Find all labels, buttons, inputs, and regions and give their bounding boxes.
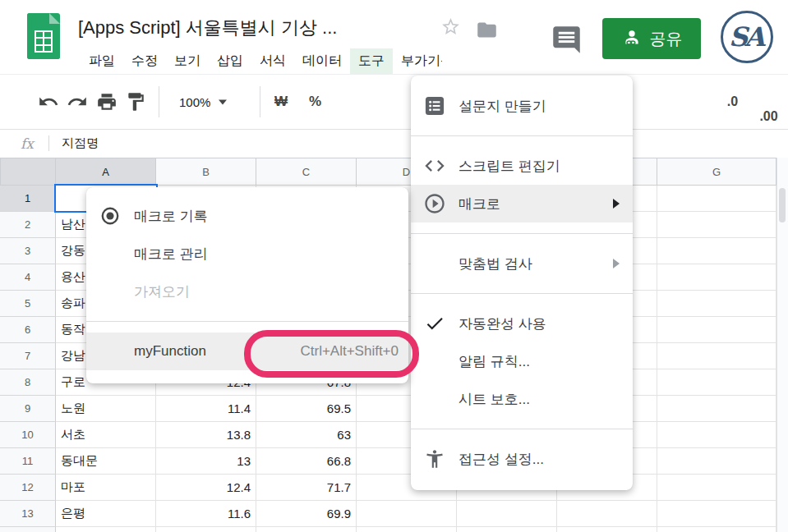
menu-item-시트 보호...[interactable]: 시트 보호... — [411, 380, 633, 418]
cell-B9[interactable]: 11.4 — [156, 396, 256, 422]
print-button[interactable] — [96, 91, 118, 112]
row-header-1[interactable]: 1 — [0, 186, 56, 212]
menu-item-맞춤법 검사[interactable]: 맞춤법 검사 — [411, 245, 633, 282]
cell-C12[interactable]: 71.7 — [256, 475, 357, 501]
cell-B13[interactable]: 11.6 — [156, 501, 256, 527]
cell-G5[interactable] — [657, 291, 776, 317]
accessibility-icon — [423, 447, 446, 470]
menu-separator — [411, 293, 633, 294]
column-header-corner[interactable] — [0, 158, 56, 186]
share-button[interactable]: 공유 — [602, 18, 701, 59]
cell-B11[interactable]: 13 — [156, 448, 256, 475]
column-header-B[interactable]: B — [156, 158, 256, 186]
cell-D13[interactable] — [357, 501, 457, 527]
comment-icon[interactable] — [551, 24, 583, 59]
fx-icon: fx — [21, 135, 34, 152]
row-header-10[interactable]: 10 — [0, 422, 56, 448]
submenu-arrow-icon — [613, 259, 620, 268]
row-header-8[interactable]: 8 — [0, 369, 56, 396]
cell-C10[interactable]: 63 — [256, 422, 357, 448]
cell-G6[interactable] — [657, 317, 776, 343]
menu-item-myFunction[interactable]: myFunctionCtrl+Alt+Shift+0 — [86, 332, 408, 370]
menu-item-label: 맞춤법 검사 — [459, 255, 532, 273]
menu-부가기능[interactable]: 부가기능 — [393, 48, 442, 74]
document-title[interactable]: [Apps Script] 서울특별시 기상 ... — [78, 16, 337, 40]
row-header-12[interactable]: 12 — [0, 475, 56, 501]
tools-dropdown-menu: 설문지 만들기스크립트 편집기매크로맞춤법 검사자동완성 사용알림 규칙...시… — [411, 76, 633, 490]
undo-button[interactable] — [38, 91, 59, 112]
menu-item-스크립트 편집기[interactable]: 스크립트 편집기 — [411, 147, 633, 185]
menu-separator — [411, 429, 633, 429]
row-header-5[interactable]: 5 — [0, 291, 56, 317]
menu-item-매크로 기록[interactable]: 매크로 기록 — [86, 197, 408, 235]
menu-도구[interactable]: 도구 — [350, 48, 393, 74]
menu-separator — [86, 321, 408, 322]
cell-G13[interactable] — [657, 501, 776, 527]
menu-item-자동완성 사용[interactable]: 자동완성 사용 — [411, 305, 633, 342]
menu-item-알림 규칙...[interactable]: 알림 규칙... — [411, 342, 633, 380]
cell-G1[interactable] — [657, 186, 776, 212]
cell-G10[interactable] — [657, 422, 776, 448]
cell-B12[interactable]: 12.4 — [156, 475, 256, 501]
currency-format-button[interactable]: ₩ — [274, 94, 288, 110]
menu-item-매크로[interactable]: 매크로 — [411, 185, 633, 222]
column-header-C[interactable]: C — [256, 158, 357, 186]
cell-A13[interactable]: 은평 — [56, 501, 156, 527]
cell-C13[interactable]: 69.9 — [256, 501, 357, 527]
row-header-3[interactable]: 3 — [0, 238, 56, 264]
cell-G9[interactable] — [657, 396, 776, 422]
scrollbar-thumb[interactable] — [779, 188, 786, 222]
menu-데이터[interactable]: 데이터 — [294, 48, 350, 74]
row-header-9[interactable]: 9 — [0, 396, 56, 422]
cell-B10[interactable]: 13.8 — [156, 422, 256, 448]
menu-삽입[interactable]: 삽입 — [209, 48, 251, 74]
cell-partial — [156, 527, 256, 532]
menu-item-label: 접근성 설정... — [459, 450, 544, 469]
redo-button[interactable] — [67, 91, 88, 112]
cell-G12[interactable] — [657, 475, 776, 501]
cell-partial — [56, 527, 156, 532]
star-icon[interactable] — [440, 16, 461, 40]
cell-G7[interactable] — [657, 343, 776, 369]
cell-C11[interactable]: 66.8 — [256, 448, 357, 475]
menu-item-설문지 만들기[interactable]: 설문지 만들기 — [411, 87, 633, 125]
menu-item-가져오기[interactable]: 가져오기 — [86, 273, 408, 310]
cell-G8[interactable] — [657, 369, 776, 396]
column-header-G[interactable]: G — [657, 158, 776, 186]
cell-G2[interactable] — [657, 212, 776, 238]
menu-서식[interactable]: 서식 — [251, 48, 294, 74]
menu-item-label: 알림 규칙... — [459, 352, 530, 371]
cell-C9[interactable]: 69.5 — [256, 396, 357, 422]
sheets-logo-icon[interactable] — [27, 13, 60, 59]
folder-icon[interactable] — [476, 19, 498, 44]
menu-보기[interactable]: 보기 — [166, 48, 209, 74]
cell-col513[interactable] — [557, 501, 657, 527]
row-header-6[interactable]: 6 — [0, 317, 56, 343]
menu-item-매크로 관리[interactable]: 매크로 관리 — [86, 235, 408, 273]
menu-item-label: 설문지 만들기 — [459, 97, 546, 116]
row-header-11[interactable]: 11 — [0, 448, 56, 475]
cell-G3[interactable] — [657, 238, 776, 264]
cell-G11[interactable] — [657, 448, 776, 475]
cell-A11[interactable]: 동대문 — [56, 448, 156, 475]
menu-item-접근성 설정...[interactable]: 접근성 설정... — [411, 440, 633, 478]
percent-format-button[interactable]: % — [309, 94, 321, 110]
row-header-13[interactable]: 13 — [0, 501, 56, 527]
cell-col413[interactable] — [457, 501, 557, 527]
formula-input[interactable]: 지점명 — [62, 135, 99, 151]
cell-A9[interactable]: 노원 — [56, 396, 156, 422]
paint-format-button[interactable] — [125, 91, 146, 112]
zoom-control[interactable]: 100% — [179, 95, 227, 109]
app-header: [Apps Script] 서울특별시 기상 ... 파일수정보기삽입서식데이터… — [0, 0, 788, 74]
account-avatar[interactable]: SA — [721, 11, 773, 63]
menu-separator — [411, 233, 633, 234]
cell-A10[interactable]: 서초 — [56, 422, 156, 448]
menu-파일[interactable]: 파일 — [81, 48, 123, 74]
cell-A12[interactable]: 마포 — [56, 475, 156, 501]
menu-수정[interactable]: 수정 — [123, 48, 166, 74]
row-header-4[interactable]: 4 — [0, 264, 56, 291]
row-header-2[interactable]: 2 — [0, 212, 56, 238]
column-header-A[interactable]: A — [56, 158, 156, 186]
cell-G4[interactable] — [657, 264, 776, 291]
row-header-7[interactable]: 7 — [0, 343, 56, 369]
